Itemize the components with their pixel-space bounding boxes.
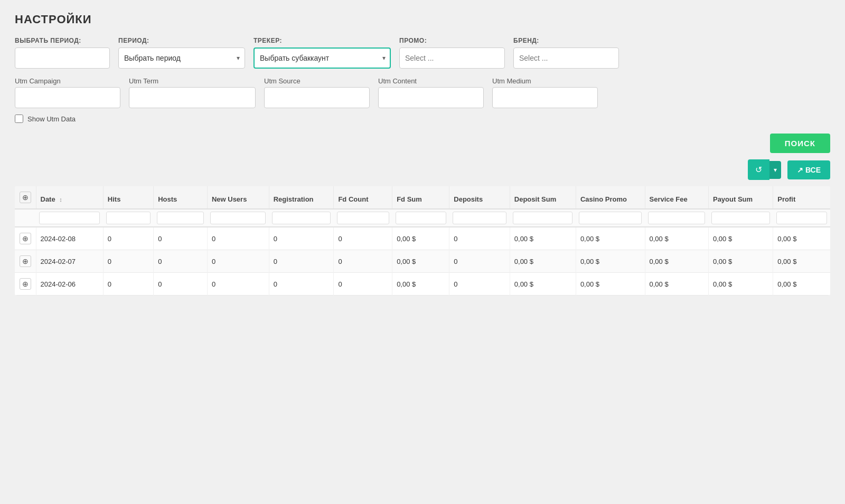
promo-input[interactable]	[399, 47, 505, 69]
td-date: 2024-02-07	[36, 250, 103, 273]
utm-term-group: Utm Term	[129, 77, 256, 108]
td-fd-sum-filter	[392, 209, 449, 227]
th-deposits: Deposits	[449, 186, 510, 209]
expand-row-button[interactable]: ⊕	[20, 255, 31, 267]
expand-row-button[interactable]: ⊕	[20, 278, 31, 290]
table-body: ⊕2024-02-08000000,00 $00,00 $0,00 $0,00 …	[15, 227, 830, 296]
td-registration: 0	[269, 250, 334, 273]
td-registration: 0	[269, 273, 334, 296]
period-filter-group: ВЫБРАТЬ ПЕРИОД:	[15, 37, 110, 69]
td-deposit_sum: 0,00 $	[510, 227, 576, 250]
fd-sum-filter-input[interactable]	[396, 212, 446, 224]
td-casino_promo: 0,00 $	[576, 227, 645, 250]
th-registration: Registration	[269, 186, 334, 209]
export-button[interactable]: ↺	[748, 159, 769, 180]
th-expand: ⊕	[15, 186, 36, 209]
tracker-label: ТРЕКЕР:	[253, 37, 391, 44]
td-deposits: 0	[449, 273, 510, 296]
hosts-filter-input[interactable]	[157, 212, 204, 224]
utm-medium-input[interactable]	[492, 87, 598, 108]
date-filter-input[interactable]	[39, 212, 100, 224]
profit-filter-input[interactable]	[776, 212, 827, 224]
utm-campaign-input[interactable]	[15, 87, 120, 108]
deposits-filter-input[interactable]	[453, 212, 507, 224]
refresh-icon: ↺	[755, 165, 762, 175]
registration-filter-input[interactable]	[272, 212, 331, 224]
tracker-filter-group: ТРЕКЕР: Выбрать субаккаунт ▾	[253, 37, 391, 69]
show-utm-row: Show Utm Data	[15, 115, 830, 123]
export-action-row: ↺ ▾ ↗ ВСЕ	[15, 159, 830, 180]
td-casino-promo-filter	[576, 209, 645, 227]
casino-promo-filter-input[interactable]	[579, 212, 642, 224]
chevron-down-icon: ▾	[774, 166, 777, 174]
td-hosts: 0	[154, 250, 208, 273]
period-select-wrapper: Выбрать период ▾	[118, 47, 245, 69]
td-date-filter	[36, 209, 103, 227]
tracker-select-wrapper: Выбрать субаккаунт ▾	[253, 47, 391, 69]
utm-term-input[interactable]	[129, 87, 256, 108]
show-utm-checkbox[interactable]	[15, 115, 23, 123]
export-caret-button[interactable]: ▾	[769, 161, 781, 179]
table-row: ⊕2024-02-06000000,00 $00,00 $0,00 $0,00 …	[15, 273, 830, 296]
td-hosts: 0	[154, 273, 208, 296]
table-header-row: ⊕ Date ↕ Hits Hosts New Users	[15, 186, 830, 209]
show-utm-label[interactable]: Show Utm Data	[27, 115, 76, 123]
td-hits: 0	[103, 227, 153, 250]
payout-sum-filter-input[interactable]	[711, 212, 769, 224]
td-profit: 0,00 $	[773, 273, 830, 296]
utm-source-input[interactable]	[264, 87, 370, 108]
th-date: Date ↕	[36, 186, 103, 209]
search-button[interactable]: ПОИСК	[770, 134, 830, 153]
expand-all-button[interactable]: ⊕	[20, 192, 31, 203]
utm-medium-group: Utm Medium	[492, 77, 598, 108]
utm-content-label: Utm Content	[378, 77, 484, 85]
utm-content-input[interactable]	[378, 87, 484, 108]
period-label: ВЫБРАТЬ ПЕРИОД:	[15, 37, 110, 44]
td-fd_count: 0	[334, 250, 392, 273]
td-service-fee-filter	[645, 209, 708, 227]
brand-input[interactable]	[513, 47, 619, 69]
period-input[interactable]	[15, 47, 110, 69]
utm-content-group: Utm Content	[378, 77, 484, 108]
td-hits: 0	[103, 273, 153, 296]
td-deposits: 0	[449, 250, 510, 273]
th-fd-count: Fd Count	[334, 186, 392, 209]
td-profit-filter	[773, 209, 830, 227]
td-date: 2024-02-08	[36, 227, 103, 250]
fd-count-filter-input[interactable]	[337, 212, 389, 224]
promo-filter-group: ПРОМО:	[399, 37, 505, 69]
all-button[interactable]: ↗ ВСЕ	[787, 160, 830, 179]
td-deposit_sum: 0,00 $	[510, 250, 576, 273]
td-new_users: 0	[207, 227, 269, 250]
new-users-filter-input[interactable]	[210, 212, 266, 224]
td-hosts-filter	[154, 209, 208, 227]
utm-campaign-label: Utm Campaign	[15, 77, 120, 85]
td-date: 2024-02-06	[36, 273, 103, 296]
td-casino_promo: 0,00 $	[576, 273, 645, 296]
td-fd-count-filter	[334, 209, 392, 227]
td-service_fee: 0,00 $	[645, 273, 708, 296]
expand-row-button[interactable]: ⊕	[20, 233, 31, 244]
page-title: НАСТРОЙКИ	[15, 13, 830, 26]
utm-campaign-group: Utm Campaign	[15, 77, 120, 108]
service-fee-filter-input[interactable]	[648, 212, 705, 224]
td-expand: ⊕	[15, 227, 36, 250]
td-expand: ⊕	[15, 273, 36, 296]
td-payout_sum: 0,00 $	[708, 250, 773, 273]
td-hits: 0	[103, 250, 153, 273]
data-table-container: ⊕ Date ↕ Hits Hosts New Users	[15, 186, 830, 296]
td-deposit-sum-filter	[510, 209, 576, 227]
period-select-group: ПЕРИОД: Выбрать период ▾	[118, 37, 245, 69]
deposit-sum-filter-input[interactable]	[513, 212, 572, 224]
table-filter-inputs-row	[15, 209, 830, 227]
hits-filter-input[interactable]	[106, 212, 150, 224]
period-select-label: ПЕРИОД:	[118, 37, 245, 44]
period-select[interactable]: Выбрать период	[118, 47, 245, 69]
td-expand: ⊕	[15, 250, 36, 273]
td-fd_count: 0	[334, 227, 392, 250]
utm-source-group: Utm Source	[264, 77, 370, 108]
export-btn-group: ↺ ▾	[748, 159, 781, 180]
td-fd_sum: 0,00 $	[392, 250, 449, 273]
th-hits: Hits	[103, 186, 153, 209]
tracker-select[interactable]: Выбрать субаккаунт	[253, 47, 391, 69]
